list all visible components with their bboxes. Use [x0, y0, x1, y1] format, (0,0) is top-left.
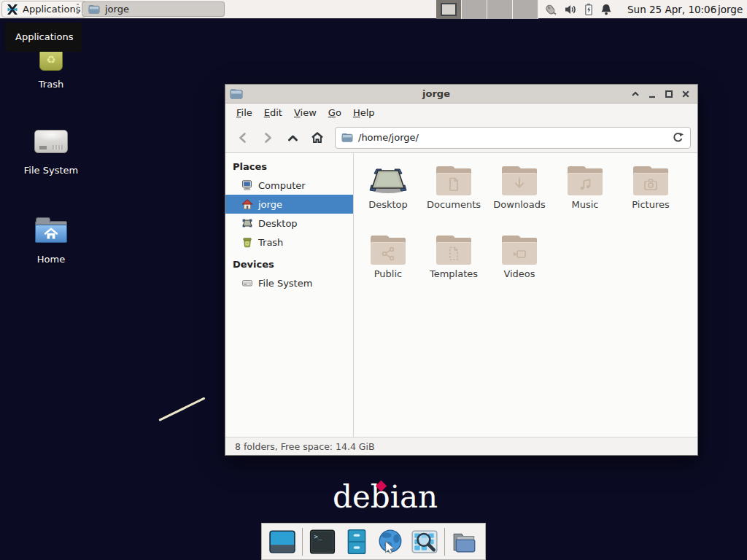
desktop-icon-label: File System [16, 165, 86, 176]
sidebar-item-label: Computer [258, 180, 306, 191]
folder-videos[interactable]: Videos [487, 236, 552, 305]
up-button[interactable] [282, 127, 303, 149]
folder-label: Desktop [368, 199, 408, 210]
wallpaper-line-artifact [158, 397, 205, 421]
panel-clock[interactable]: Sun 25 Apr, 10:06 [627, 0, 716, 19]
workspace-1[interactable] [436, 0, 462, 19]
system-tray [543, 0, 612, 19]
folder-icon [633, 166, 668, 195]
applications-menu-button[interactable]: Applications [1, 1, 87, 18]
status-bar: 8 folders, Free space: 14.4 GiB [225, 437, 697, 455]
close-button[interactable] [680, 88, 692, 100]
debian-logo: debian [333, 480, 438, 518]
sidebar-item-jorge[interactable]: jorge [225, 195, 353, 214]
folder-pictures[interactable]: Pictures [618, 166, 684, 236]
folder-icon [341, 133, 353, 142]
battery-icon[interactable] [584, 3, 594, 16]
taskbar-window-button[interactable]: jorge [82, 1, 225, 17]
path-text: /home/jorge/ [358, 132, 667, 143]
folder-icon [436, 166, 471, 195]
panel-user-label[interactable]: jorge [718, 0, 743, 19]
folder-desktop[interactable]: Desktop [355, 166, 421, 236]
folder-icon [436, 236, 471, 265]
window-title: jorge [243, 88, 630, 99]
top-panel: Applications jorge [0, 0, 747, 19]
folder-label: Music [572, 199, 599, 210]
xfce-applications-icon [6, 3, 19, 16]
applications-tooltip: Applications [5, 23, 82, 52]
menu-view[interactable]: View [288, 104, 322, 122]
volume-icon[interactable] [564, 3, 577, 16]
folder-label: Pictures [632, 199, 669, 210]
back-button[interactable] [232, 127, 254, 149]
folder-templates[interactable]: Templates [421, 236, 487, 305]
sidebar-item-label: Trash [258, 237, 283, 248]
folder-icon [502, 236, 537, 265]
desktop-icon [241, 217, 253, 229]
folder-downloads[interactable]: Downloads [487, 166, 552, 236]
panel-handle[interactable] [77, 4, 79, 15]
workspace-3[interactable] [487, 0, 513, 19]
folder-label: Documents [427, 199, 481, 210]
desktop-folder-icon [369, 166, 407, 195]
menu-file[interactable]: File [231, 104, 258, 122]
sidebar-item-trash[interactable]: Trash [225, 233, 353, 252]
window-folder-icon [230, 88, 243, 99]
menu-go[interactable]: Go [322, 104, 347, 122]
reload-icon[interactable] [672, 131, 684, 144]
folder-label: Templates [430, 268, 478, 279]
desktop-icon-label: Home [16, 254, 86, 265]
directory-menu-folder-icon[interactable] [451, 527, 479, 556]
home-icon [241, 198, 253, 210]
workspace-4[interactable] [513, 0, 538, 19]
trash-icon [241, 236, 253, 248]
minimize-button[interactable] [646, 88, 658, 100]
sidebar-item-desktop[interactable]: Desktop [225, 214, 353, 233]
folder-icon [568, 166, 603, 195]
menu-help[interactable]: Help [347, 104, 381, 122]
file-manager-cabinet-icon[interactable] [343, 527, 371, 556]
home-button[interactable] [306, 127, 328, 149]
web-browser-globe-icon[interactable] [376, 527, 404, 556]
menu-edit[interactable]: Edit [258, 104, 288, 122]
computer-icon [241, 179, 253, 191]
folder-icon [371, 236, 406, 265]
sidebar-item-label: Desktop [258, 218, 298, 229]
bottom-dock: >_ [261, 523, 486, 560]
application-finder-icon[interactable] [410, 527, 438, 556]
folder-public[interactable]: Public [355, 236, 421, 305]
folder-music[interactable]: Music [552, 166, 618, 236]
folder-icon [88, 4, 100, 14]
shade-button[interactable] [630, 88, 641, 100]
terminal-icon[interactable]: >_ [309, 527, 336, 556]
mouse-icon[interactable] [543, 3, 557, 16]
svg-text:>_: >_ [314, 532, 322, 540]
sidebar-item-label: jorge [258, 199, 282, 210]
sidebar-header-places: Places [225, 158, 353, 176]
desktop-icon-file-system[interactable]: File System [16, 121, 86, 176]
show-desktop-icon[interactable] [268, 527, 296, 556]
window-titlebar[interactable]: jorge [225, 85, 697, 104]
folder-icon [502, 166, 537, 195]
path-input[interactable]: /home/jorge/ [335, 127, 691, 149]
maximize-button[interactable] [663, 88, 675, 100]
desktop-icon-label: Trash [16, 79, 86, 90]
notifications-bell-icon[interactable] [600, 3, 612, 16]
folder-label: Downloads [493, 199, 545, 210]
workspace-2[interactable] [462, 0, 487, 19]
folder-documents[interactable]: Documents [421, 166, 487, 236]
sidebar-item-computer[interactable]: Computer [225, 176, 353, 195]
desktop-icon-home[interactable]: Home [16, 210, 86, 265]
sidebar-item-file-system[interactable]: File System [225, 273, 353, 292]
file-manager-window: jorge File Edit View Go Help [225, 84, 698, 456]
toolbar: /home/jorge/ [225, 122, 697, 153]
hard-drive-icon [241, 277, 253, 289]
status-text: 8 folders, Free space: 14.4 GiB [235, 441, 375, 452]
taskbar-window-label: jorge [105, 4, 129, 15]
forward-button[interactable] [257, 127, 279, 149]
workspace-switcher [436, 0, 538, 19]
dock-separator [302, 528, 303, 556]
folder-label: Public [374, 268, 402, 279]
folder-label: Videos [503, 268, 535, 279]
menu-bar: File Edit View Go Help [225, 104, 697, 122]
